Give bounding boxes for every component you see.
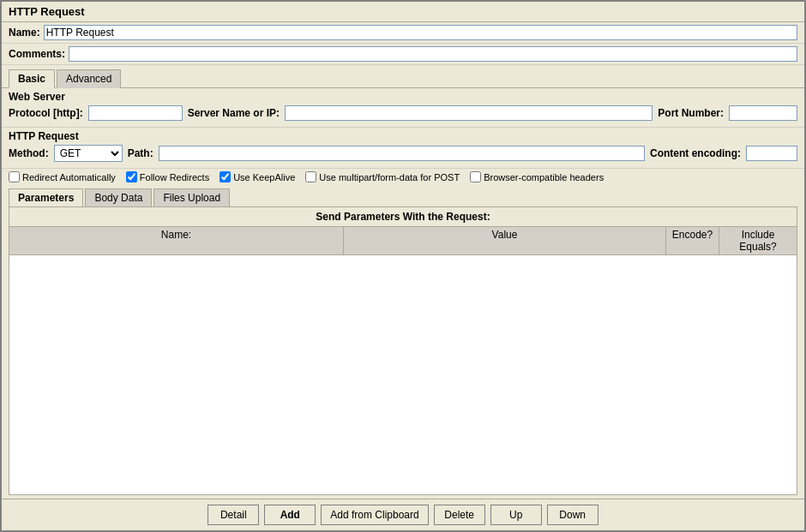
redirect-checkbox-label[interactable]: Redirect Automatically (9, 171, 116, 182)
name-label: Name: (9, 27, 40, 39)
add-button[interactable]: Add (264, 505, 316, 525)
http-request-title: HTTP Request (9, 130, 797, 142)
keepalive-checkbox[interactable] (220, 171, 231, 182)
tab-advanced[interactable]: Advanced (57, 69, 121, 88)
add-from-clipboard-button[interactable]: Add from Clipboard (321, 505, 428, 525)
protocol-input[interactable] (88, 105, 183, 121)
web-server-section: Web Server Protocol [http]: Server Name … (2, 88, 804, 128)
col-include-header: Include Equals? (719, 227, 797, 254)
protocol-label: Protocol [http]: (9, 107, 83, 119)
params-body (9, 255, 797, 494)
multipart-checkbox-label[interactable]: Use multipart/form-data for POST (305, 171, 460, 182)
port-label: Port Number: (658, 107, 724, 119)
browser-checkbox-label[interactable]: Browser-compatible headers (470, 171, 604, 182)
window-title: HTTP Request (2, 2, 804, 22)
follow-checkbox-label[interactable]: Follow Redirects (126, 171, 209, 182)
method-select[interactable]: GET POST PUT DELETE HEAD OPTIONS PATCH (54, 145, 123, 162)
method-path-row: Method: GET POST PUT DELETE HEAD OPTIONS… (9, 145, 797, 162)
browser-checkbox[interactable] (470, 171, 481, 182)
tab-basic[interactable]: Basic (9, 69, 55, 88)
bottom-bar: Detail Add Add from Clipboard Delete Up … (2, 499, 804, 530)
web-server-title: Web Server (9, 91, 797, 103)
port-input[interactable] (729, 105, 797, 121)
http-request-section: HTTP Request Method: GET POST PUT DELETE… (2, 128, 804, 169)
col-value-header: Value (344, 227, 666, 254)
encoding-label: Content encoding: (650, 147, 741, 159)
col-encode-header: Encode? (666, 227, 719, 254)
follow-checkbox[interactable] (126, 171, 137, 182)
tab-files-upload[interactable]: Files Upload (153, 188, 230, 206)
redirect-checkbox[interactable] (9, 171, 20, 182)
checkboxes-row: Redirect Automatically Follow Redirects … (2, 169, 804, 185)
params-columns: Name: Value Encode? Include Equals? (9, 227, 797, 255)
server-name-input[interactable] (285, 105, 653, 121)
delete-button[interactable]: Delete (434, 505, 485, 525)
method-label: Method: (9, 147, 49, 159)
params-panel: Send Parameters With the Request: Name: … (9, 206, 797, 495)
name-input[interactable] (44, 25, 797, 40)
comments-row: Comments: (2, 44, 804, 65)
params-header: Send Parameters With the Request: (9, 207, 797, 227)
multipart-checkbox[interactable] (305, 171, 316, 182)
tab-parameters[interactable]: Parameters (9, 188, 83, 206)
inner-tabs: Parameters Body Data Files Upload (2, 185, 804, 206)
server-name-label: Server Name or IP: (188, 107, 280, 119)
comments-input[interactable] (69, 46, 797, 62)
name-row: Name: (2, 22, 804, 44)
col-name-header: Name: (9, 227, 344, 254)
up-button[interactable]: Up (490, 505, 542, 525)
down-button[interactable]: Down (547, 505, 598, 525)
main-content: Web Server Protocol [http]: Server Name … (2, 88, 804, 530)
tab-body-data[interactable]: Body Data (85, 188, 152, 206)
main-window: HTTP Request Name: Comments: Basic Advan… (0, 0, 806, 532)
encoding-input[interactable] (746, 146, 797, 161)
detail-button[interactable]: Detail (208, 505, 259, 525)
server-row: Protocol [http]: Server Name or IP: Port… (9, 105, 797, 121)
path-label: Path: (128, 147, 153, 159)
main-tabs: Basic Advanced (2, 65, 804, 88)
comments-label: Comments: (9, 48, 65, 60)
keepalive-checkbox-label[interactable]: Use KeepAlive (220, 171, 295, 182)
path-input[interactable] (159, 146, 645, 161)
